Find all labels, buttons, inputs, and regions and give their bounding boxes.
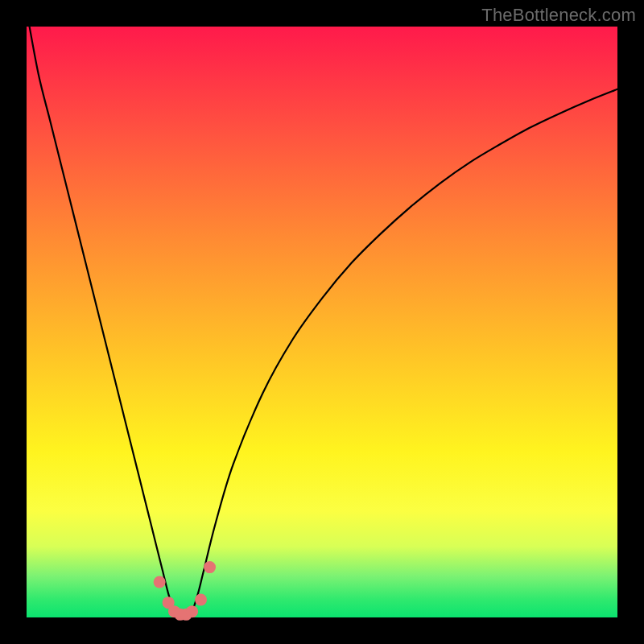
marker-dot <box>186 605 198 617</box>
marker-dot <box>195 593 207 605</box>
plot-area <box>27 27 617 617</box>
marker-dot <box>154 576 166 588</box>
watermark-text: TheBottleneck.com <box>481 5 636 26</box>
bottleneck-curve <box>27 10 617 618</box>
chart-frame: TheBottleneck.com <box>0 0 644 644</box>
marker-dot <box>204 561 216 573</box>
chart-svg <box>27 27 617 617</box>
